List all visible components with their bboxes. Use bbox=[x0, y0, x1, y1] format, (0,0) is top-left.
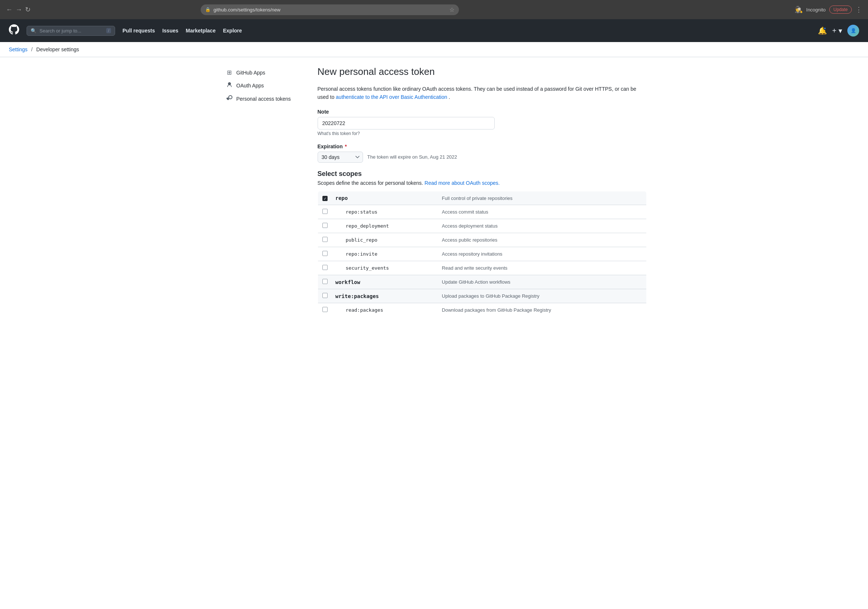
checkbox-read-packages[interactable] bbox=[322, 307, 327, 312]
github-header: 🔍 Search or jump to... / Pull requests I… bbox=[0, 19, 868, 42]
extension-incognito-icon[interactable]: 🕵 bbox=[795, 6, 803, 14]
scope-name-workflow: workflow bbox=[332, 275, 437, 289]
url-text: github.com/settings/tokens/new bbox=[214, 7, 446, 12]
scope-desc-repo-status: Access commit status bbox=[437, 205, 646, 219]
browser-chrome: ← → ↻ 🔒 github.com/settings/tokens/new ☆… bbox=[0, 0, 868, 19]
scope-row-public-repo: public_repo Access public repositories bbox=[318, 233, 646, 247]
scopes-desc-prefix: Scopes define the access for personal to… bbox=[318, 180, 425, 186]
notifications-button[interactable]: 🔔 bbox=[818, 26, 827, 35]
checkbox-write-packages[interactable] bbox=[322, 293, 327, 298]
scope-row-security-events: security_events Read and write security … bbox=[318, 261, 646, 275]
checkbox-public-repo[interactable] bbox=[322, 237, 327, 242]
nav-issues[interactable]: Issues bbox=[162, 28, 178, 34]
scope-row-repo-deployment: repo_deployment Access deployment status bbox=[318, 219, 646, 233]
checkbox-security-events[interactable] bbox=[322, 265, 327, 270]
notification-dot bbox=[823, 27, 826, 30]
expiration-select[interactable]: 7 days 30 days 60 days 90 days Custom No… bbox=[318, 152, 363, 163]
scope-row-write-packages: write:packages Upload packages to GitHub… bbox=[318, 289, 646, 303]
scope-name-repo-deployment: repo_deployment bbox=[332, 219, 437, 233]
page-title: New personal access token bbox=[318, 66, 647, 77]
github-logo[interactable] bbox=[9, 24, 19, 37]
scope-check-repo-status[interactable] bbox=[318, 205, 332, 219]
nav-explore[interactable]: Explore bbox=[223, 28, 242, 34]
scope-name-public-repo: public_repo bbox=[332, 233, 437, 247]
forward-button[interactable]: → bbox=[16, 6, 22, 13]
apps-icon: ⊞ bbox=[226, 69, 233, 76]
user-icon bbox=[226, 82, 233, 89]
sidebar-item-label: OAuth Apps bbox=[236, 83, 264, 88]
avatar[interactable]: 👤 bbox=[847, 25, 859, 37]
new-item-button[interactable]: + ▾ bbox=[832, 26, 842, 35]
incognito-badge: Incognito bbox=[806, 7, 826, 12]
sidebar-item-personal-access-tokens[interactable]: Personal access tokens bbox=[222, 92, 303, 105]
checkbox-workflow[interactable] bbox=[322, 279, 327, 284]
expiration-form-group: Expiration * 7 days 30 days 60 days 90 d… bbox=[318, 144, 647, 163]
lock-icon: 🔒 bbox=[205, 7, 211, 12]
checkbox-repo-invite[interactable] bbox=[322, 251, 327, 256]
scope-check-workflow[interactable] bbox=[318, 275, 332, 289]
scope-name-repo-status: repo:status bbox=[332, 205, 437, 219]
expiration-row: 7 days 30 days 60 days 90 days Custom No… bbox=[318, 152, 647, 163]
scopes-section: Select scopes Scopes define the access f… bbox=[318, 170, 647, 318]
back-button[interactable]: ← bbox=[6, 6, 12, 13]
scopes-desc-link[interactable]: Read more about OAuth scopes. bbox=[425, 180, 500, 186]
browser-nav-buttons: ← → ↻ bbox=[6, 6, 31, 13]
scope-desc-repo-deployment: Access deployment status bbox=[437, 219, 646, 233]
scope-desc-workflow: Update GitHub Action workflows bbox=[437, 275, 646, 289]
sidebar-item-oauth-apps[interactable]: OAuth Apps bbox=[222, 79, 303, 92]
header-right: 🔔 + ▾ 👤 bbox=[818, 25, 859, 37]
nav-pull-requests[interactable]: Pull requests bbox=[122, 28, 155, 34]
scope-check-public-repo[interactable] bbox=[318, 233, 332, 247]
scope-row-repo: ✓ repo Full control of private repositor… bbox=[318, 191, 646, 205]
checkbox-repo-checked[interactable]: ✓ bbox=[322, 196, 327, 201]
nav-marketplace[interactable]: Marketplace bbox=[186, 28, 216, 34]
scope-check-security-events[interactable] bbox=[318, 261, 332, 275]
note-input[interactable] bbox=[318, 117, 495, 129]
scope-row-repo-status: repo:status Access commit status bbox=[318, 205, 646, 219]
scope-desc-public-repo: Access public repositories bbox=[437, 233, 646, 247]
sidebar: ⊞ GitHub Apps OAuth Apps Personal access… bbox=[222, 66, 303, 317]
required-star: * bbox=[345, 144, 347, 149]
scope-check-repo-invite[interactable] bbox=[318, 247, 332, 261]
scope-row-repo-invite: repo:invite Access repository invitation… bbox=[318, 247, 646, 261]
scopes-title: Select scopes bbox=[318, 170, 647, 178]
bookmark-icon[interactable]: ☆ bbox=[449, 6, 454, 13]
main-content: New personal access token Personal acces… bbox=[318, 66, 647, 317]
refresh-button[interactable]: ↻ bbox=[25, 6, 31, 13]
scopes-desc: Scopes define the access for personal to… bbox=[318, 180, 647, 186]
search-box[interactable]: 🔍 Search or jump to... / bbox=[26, 26, 115, 36]
scope-check-repo-deployment[interactable] bbox=[318, 219, 332, 233]
sidebar-item-github-apps[interactable]: ⊞ GitHub Apps bbox=[222, 66, 303, 79]
scope-name-repo-invite: repo:invite bbox=[332, 247, 437, 261]
scope-desc-write-packages: Upload packages to GitHub Package Regist… bbox=[437, 289, 646, 303]
scope-row-read-packages: read:packages Download packages from Git… bbox=[318, 303, 646, 317]
page-layout: ⊞ GitHub Apps OAuth Apps Personal access… bbox=[213, 66, 656, 317]
checkbox-repo-status[interactable] bbox=[322, 209, 327, 214]
address-bar[interactable]: 🔒 github.com/settings/tokens/new ☆ bbox=[201, 5, 459, 15]
incognito-label: Incognito bbox=[806, 7, 826, 12]
scope-name-write-packages: write:packages bbox=[332, 289, 437, 303]
scope-check-repo[interactable]: ✓ bbox=[318, 191, 332, 205]
scope-name-security-events: security_events bbox=[332, 261, 437, 275]
note-label: Note bbox=[318, 109, 647, 115]
search-slash: / bbox=[106, 28, 111, 33]
scope-row-workflow: workflow Update GitHub Action workflows bbox=[318, 275, 646, 289]
scope-desc-repo: Full control of private repositories bbox=[437, 191, 646, 205]
update-button[interactable]: Update bbox=[829, 6, 852, 14]
scope-check-read-packages[interactable] bbox=[318, 303, 332, 317]
checkbox-repo-deployment[interactable] bbox=[322, 223, 327, 228]
note-form-group: Note What's this token for? bbox=[318, 109, 647, 136]
settings-link[interactable]: Settings bbox=[9, 46, 28, 53]
sidebar-item-label: GitHub Apps bbox=[236, 70, 266, 76]
scope-check-write-packages[interactable] bbox=[318, 289, 332, 303]
scope-desc-repo-invite: Access repository invitations bbox=[437, 247, 646, 261]
scope-name-repo: repo bbox=[332, 191, 437, 205]
scope-name-read-packages: read:packages bbox=[332, 303, 437, 317]
breadcrumb: Settings / Developer settings bbox=[0, 42, 868, 57]
note-hint: What's this token for? bbox=[318, 131, 647, 136]
browser-right-controls: 🕵 Incognito Update ⋮ bbox=[795, 6, 862, 14]
description-link[interactable]: authenticate to the API over Basic Authe… bbox=[336, 94, 447, 100]
browser-menu-button[interactable]: ⋮ bbox=[856, 6, 862, 14]
search-placeholder: Search or jump to... bbox=[39, 28, 81, 34]
sidebar-item-label: Personal access tokens bbox=[236, 96, 291, 102]
